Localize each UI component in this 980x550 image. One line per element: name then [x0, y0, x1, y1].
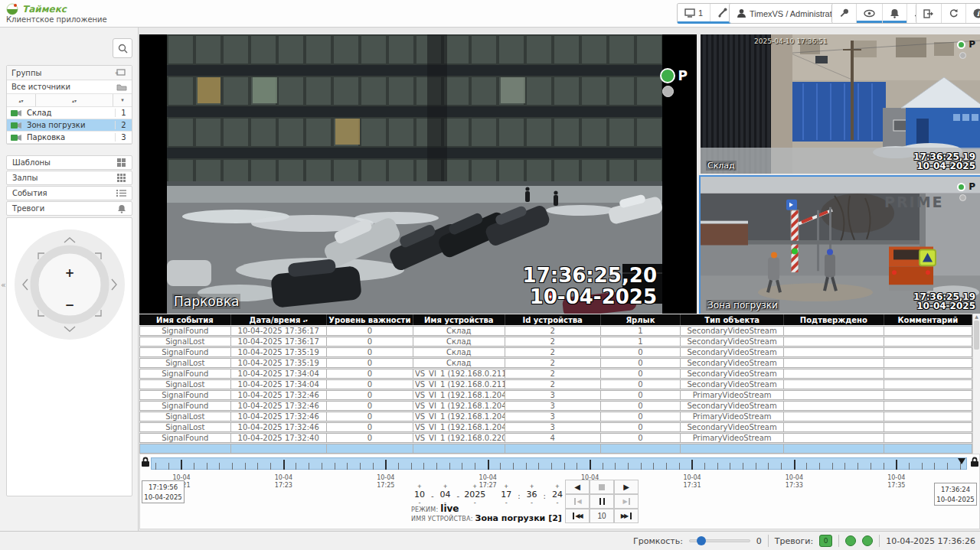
timeline-tick-label-7: 10-0417:35	[880, 474, 913, 490]
column-header-5[interactable]: Ярлык	[601, 314, 681, 325]
timeline-lock-right-icon[interactable]	[970, 457, 979, 467]
zona-stream-indicator[interactable]: P	[957, 181, 975, 201]
column-header-8[interactable]: Комментарий	[884, 314, 972, 325]
alarms-bell-icon	[117, 204, 126, 213]
stream-active-dot	[957, 41, 965, 49]
column-header-1[interactable]: Дата/время ▴▾	[231, 314, 327, 325]
event-row-6[interactable]: SignalFound10-04-2025 17:32:460VS_VI_1 (…	[139, 390, 972, 400]
sklad-stream-indicator[interactable]: P	[957, 39, 975, 59]
spinner-month-up[interactable]: +	[443, 483, 447, 490]
sidebar-section-alarms[interactable]: Тревоги	[6, 201, 132, 216]
volume-slider-thumb[interactable]	[697, 536, 706, 545]
stream-secondary-dot[interactable]	[959, 194, 966, 201]
event-row-1[interactable]: SignalLost10-04-2025 17:36:170Склад21Sec…	[139, 337, 972, 347]
spinner-hour-up[interactable]: +	[505, 483, 508, 490]
refresh-button[interactable]	[941, 4, 965, 23]
column-header-4[interactable]: Id устройства	[505, 314, 601, 325]
alarm-counter-badge[interactable]: 0	[819, 535, 832, 547]
play-forward-button[interactable]: ▶	[614, 480, 639, 494]
sort-arrows-icon: ▴▾	[303, 318, 308, 322]
sidebar-collapse-chevron[interactable]: «	[1, 280, 6, 290]
all-sources-row[interactable]: Все источники	[7, 80, 132, 94]
user-button[interactable]: TimexVS / Administrator	[730, 4, 847, 23]
skip-back-button[interactable]: ◀◀	[565, 509, 590, 523]
event-row-10[interactable]: SignalFound10-04-2025 17:32:400VS_VI_1 (…	[139, 433, 972, 443]
bell-icon	[890, 8, 900, 18]
event-row-3[interactable]: SignalLost10-04-2025 17:35:190Склад20Sec…	[139, 358, 972, 368]
spinner-year-up[interactable]: +	[473, 483, 477, 490]
volume-value: 0	[756, 536, 762, 546]
event-row-selected-partial[interactable]	[139, 444, 972, 454]
spinner-day-up[interactable]: +	[417, 483, 421, 490]
ptz-joystick[interactable]: + −	[12, 227, 127, 342]
event-row-9[interactable]: SignalLost10-04-2025 17:32:460VS_VI_1 (1…	[139, 422, 972, 432]
groups-header[interactable]: Группы «	[7, 66, 132, 80]
stop-button[interactable]	[590, 480, 614, 494]
event-row-8[interactable]: SignalLost10-04-2025 17:32:460VS_VI_1 (1…	[139, 412, 972, 421]
sidebar-section-templates[interactable]: Шаблоны	[6, 155, 132, 170]
sort-icon-column1[interactable]: ▴▾	[7, 94, 36, 106]
view-button[interactable]	[856, 4, 882, 23]
volume-slider[interactable]	[689, 536, 750, 545]
stream-secondary-dot[interactable]	[662, 86, 674, 97]
spinner-second-up[interactable]: +	[555, 483, 559, 490]
sidebar: Группы « Все источники ▴▾ ▴▾ ▾ Склад1Зон…	[0, 28, 139, 531]
volume-label: Громкость:	[633, 536, 683, 546]
events-scrollbar[interactable]: ▲	[972, 314, 980, 454]
column-header-2[interactable]: Уровень важности	[327, 314, 413, 325]
tree-row-1[interactable]: Зона погрузки2	[7, 119, 132, 132]
camera-icon	[7, 121, 25, 130]
main-stream-indicator[interactable]: P	[660, 68, 688, 97]
info-button[interactable]: i	[965, 4, 980, 23]
alarms-button[interactable]	[882, 4, 906, 23]
alarm-status-dot-1[interactable]	[845, 535, 856, 546]
sidebar-section-salvos[interactable]: Залпы	[6, 171, 132, 185]
column-header-6[interactable]: Тип объекта	[681, 314, 784, 325]
settings-button[interactable]	[832, 4, 856, 23]
column-header-7[interactable]: Подтверждено	[784, 314, 884, 325]
spinner-year-down[interactable]: -	[474, 500, 476, 506]
speed-step-button[interactable]: 10	[590, 509, 614, 523]
tree-row-0[interactable]: Склад1	[7, 107, 132, 119]
camera-zona-pogruzki[interactable]: PRIME P Зона погрузки 17:36:25,1910-04-2…	[701, 177, 980, 314]
skip-forward-button[interactable]: ▶▶	[614, 509, 639, 523]
pause-button[interactable]	[590, 494, 614, 509]
events-header-row[interactable]: Имя событияДата/время ▴▾Уровень важности…	[139, 314, 972, 325]
spinner-minute-up[interactable]: +	[530, 483, 534, 490]
filter-dropdown-icon[interactable]: ▾	[113, 94, 132, 106]
timeline-band[interactable]	[151, 457, 967, 470]
spinner-hour-down[interactable]: -	[505, 500, 508, 506]
datetime-spinner: +10--+04--+2025-+17-:+36-:+24-	[410, 483, 567, 506]
tree-row-2[interactable]: Парковка3	[7, 132, 132, 144]
camera-main-parkovka[interactable]: P Парковка 17:36:25,2010-04-2025	[139, 34, 697, 314]
event-row-0[interactable]: SignalFound10-04-2025 17:36:170Склад21Se…	[139, 326, 972, 336]
session-group: i	[916, 3, 980, 24]
scrollbar-thumb[interactable]	[974, 321, 979, 350]
stream-secondary-dot[interactable]	[959, 52, 966, 59]
column-header-3[interactable]: Имя устройства	[413, 314, 505, 325]
alarm-status-dot-2[interactable]	[862, 535, 873, 546]
camera-label: Склад	[706, 161, 737, 171]
play-reverse-button[interactable]: ◀	[565, 480, 590, 494]
camera-sklad[interactable]: 2025-04-10 17:36:51 P Склад 17:36:25,191…	[701, 34, 980, 174]
monitor-select-button[interactable]: 1	[678, 4, 710, 21]
search-button[interactable]	[113, 38, 132, 58]
event-row-7[interactable]: SignalFound10-04-2025 17:32:460VS_VI_1 (…	[139, 401, 972, 411]
spinner-minute-down[interactable]: -	[531, 500, 533, 506]
event-row-2[interactable]: SignalFound10-04-2025 17:35:190Склад20Se…	[139, 347, 972, 357]
event-row-4[interactable]: SignalFound10-04-2025 17:34:040VS_VI_1 (…	[139, 369, 972, 379]
spinner-second-down[interactable]: -	[556, 500, 558, 506]
logout-icon-button[interactable]	[916, 4, 941, 23]
sidebar-section-events[interactable]: События	[6, 186, 132, 200]
sort-icon-column2[interactable]: ▴▾	[36, 94, 113, 106]
groups-panel: Группы « Все источники ▴▾ ▴▾ ▾ Склад1Зон…	[6, 65, 132, 145]
timeline-lock-left-icon[interactable]	[141, 457, 150, 467]
next-frame-button[interactable]: ▶	[614, 494, 639, 509]
event-row-5[interactable]: SignalLost10-04-2025 17:34:040VS_VI_1 (1…	[139, 379, 972, 389]
prev-frame-button[interactable]: ◀	[565, 494, 590, 509]
wrench-icon	[839, 8, 849, 18]
timeline-now-marker[interactable]	[958, 458, 965, 464]
tree-row-number: 3	[115, 133, 132, 142]
camera-icon	[7, 133, 25, 142]
column-header-0[interactable]: Имя события	[139, 314, 231, 325]
